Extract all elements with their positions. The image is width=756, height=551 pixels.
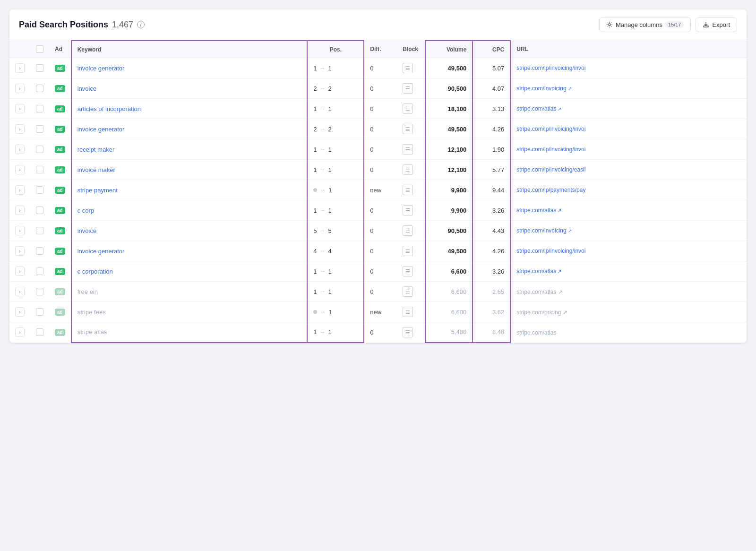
keyword-link[interactable]: c corp [77,207,94,214]
ad-cell: ad [49,221,71,241]
url-link[interactable]: stripe.com/atlas ↗ [516,207,741,214]
row-checkbox[interactable] [36,227,43,234]
keyword-link[interactable]: articles of incorporation [77,105,141,112]
arrow-icon: → [320,85,326,92]
arrow-icon: → [320,248,326,254]
expand-button[interactable]: › [15,165,25,174]
block-icon[interactable]: ☰ [403,286,413,297]
keyword-link[interactable]: receipt maker [77,146,115,153]
expand-button[interactable]: › [15,124,25,134]
export-button[interactable]: Export [696,17,737,32]
diff-value: 0 [370,146,373,153]
keyword-link[interactable]: invoice [77,227,96,234]
cpc-value: 4.07 [492,85,504,92]
row-checkbox[interactable] [36,105,43,112]
pos-cell: 1 → 1 [307,99,364,119]
row-checkbox[interactable] [36,125,43,133]
expand-button[interactable]: › [15,84,25,93]
expand-button[interactable]: › [15,327,25,337]
expand-button[interactable]: › [15,63,25,73]
block-cell: ☰ [397,241,425,261]
expand-button[interactable]: › [15,307,25,317]
arrow-icon: → [320,268,326,275]
cpc-cell-td: 3.62 [472,302,510,322]
url-link[interactable]: stripe.com/lp/invoicing/invoi [516,146,741,153]
block-icon[interactable]: ☰ [403,83,413,94]
volume-cell-td: 6,600 [425,282,472,302]
checkbox-cell [30,58,49,78]
url-link[interactable]: stripe.com/lp/invoicing/easil [516,166,741,173]
block-icon[interactable]: ☰ [403,266,413,276]
expand-button[interactable]: › [15,104,25,113]
volume-value: 18,100 [448,105,467,112]
url-cell: stripe.com/atlas ↗ [510,261,747,282]
url-link[interactable]: stripe.com/atlas ↗ [516,105,741,112]
row-checkbox[interactable] [36,288,43,295]
keyword-link[interactable]: stripe payment [77,187,118,194]
row-checkbox[interactable] [36,85,43,92]
row-checkbox[interactable] [36,166,43,173]
url-link[interactable]: stripe.com/lp/invoicing/invoi [516,248,741,254]
url-link[interactable]: stripe.com/invoicing ↗ [516,85,741,92]
row-checkbox[interactable] [36,207,43,214]
block-col-label: Block [403,46,418,52]
block-icon[interactable]: ☰ [403,246,413,256]
keyword-value: stripe fees [77,309,106,316]
expand-button[interactable]: › [15,206,25,215]
expand-button[interactable]: › [15,267,25,276]
block-icon[interactable]: ☰ [403,225,413,236]
volume-value: 6,600 [451,268,467,275]
url-link[interactable]: stripe.com/lp/invoicing/invoi [516,65,741,71]
row-checkbox[interactable] [36,328,43,336]
cpc-value: 8.48 [492,328,504,336]
url-link[interactable]: stripe.com/lp/invoicing/invoi [516,126,741,132]
keyword-link[interactable]: invoice generator [77,65,125,72]
ad-badge: ad [55,329,65,336]
url-link[interactable]: stripe.com/lp/payments/pay [516,187,741,193]
expand-button[interactable]: › [15,145,25,154]
select-all-checkbox[interactable] [36,45,43,53]
expand-button[interactable]: › [15,185,25,195]
expand-cell: › [9,221,30,241]
diff-value: 0 [370,65,373,72]
url-col-label: URL [516,46,528,52]
block-icon[interactable]: ☰ [403,63,413,73]
keyword-link[interactable]: invoice maker [77,166,115,173]
keyword-link[interactable]: invoice [77,85,96,92]
block-icon[interactable]: ☰ [403,185,413,195]
block-icon[interactable]: ☰ [403,103,413,114]
block-icon[interactable]: ☰ [403,144,413,155]
row-checkbox[interactable] [36,267,43,275]
checkbox-cell [30,282,49,302]
table-row: › ad invoice 2 → 2 0 ☰ 90,500 4.07 [9,78,747,99]
expand-button[interactable]: › [15,246,25,256]
block-icon[interactable]: ☰ [403,205,413,215]
expand-cell: › [9,241,30,261]
keyword-link[interactable]: invoice generator [77,126,125,133]
expand-button[interactable]: › [15,226,25,235]
row-checkbox[interactable] [36,186,43,194]
block-icon[interactable]: ☰ [403,327,413,337]
row-checkbox[interactable] [36,64,43,72]
url-link[interactable]: stripe.com/atlas ↗ [516,268,741,275]
pos-to: 1 [328,309,332,316]
pos-to: 1 [328,187,332,194]
row-checkbox[interactable] [36,247,43,255]
block-icon[interactable]: ☰ [403,307,413,317]
keyword-link[interactable]: c corporation [77,268,113,275]
info-icon[interactable]: i [137,21,145,28]
expand-button[interactable]: › [15,287,25,296]
block-icon[interactable]: ☰ [403,164,413,175]
diff-cell: 0 [364,322,397,343]
volume-cell-td: 12,100 [425,139,472,160]
manage-columns-button[interactable]: Manage columns 15/17 [599,17,691,32]
keyword-link[interactable]: invoice generator [77,248,125,255]
ad-badge: ad [55,268,65,275]
url-link[interactable]: stripe.com/invoicing ↗ [516,227,741,234]
table-row: › ad invoice 5 → 5 0 ☰ 90,500 4.43 [9,221,747,241]
cpc-value: 2.65 [492,288,504,295]
block-icon[interactable]: ☰ [403,124,413,134]
row-checkbox[interactable] [36,146,43,153]
row-checkbox[interactable] [36,308,43,316]
diff-cell: 0 [364,261,397,282]
